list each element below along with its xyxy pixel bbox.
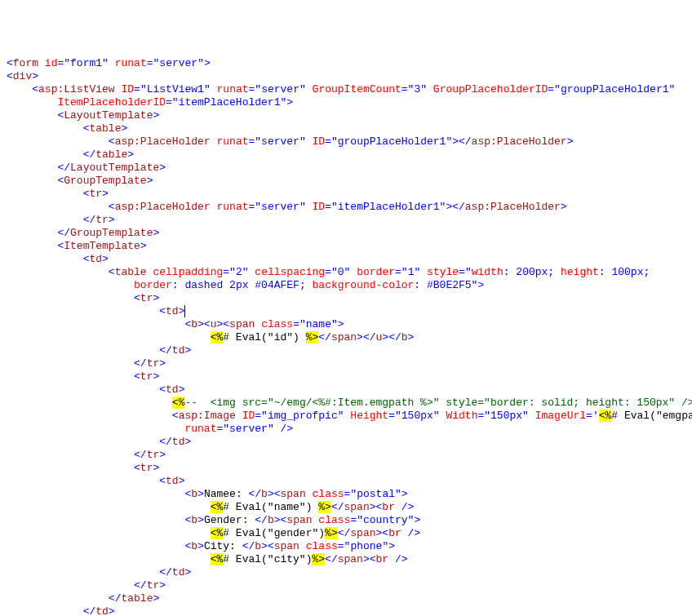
text-caret xyxy=(184,305,185,317)
code-block: <form id="form1" runat="server"> <div> <… xyxy=(7,57,685,616)
